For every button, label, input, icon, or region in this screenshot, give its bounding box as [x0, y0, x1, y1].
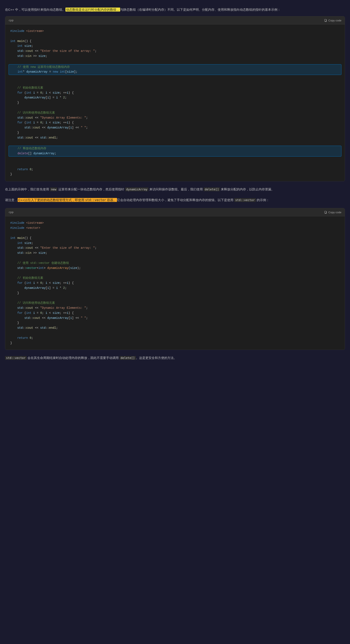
intro-paragraph: 在C++ 中，可以使用指针来指向动态数组。动态数组是在运行时分配内存的数组，与静… — [5, 7, 345, 12]
copy-button-1[interactable]: Copy code — [324, 19, 342, 22]
svg-rect-3 — [325, 211, 326, 213]
bottom-part3: 。这是更安全和方便的方法。 — [136, 356, 177, 360]
middle2-highlight1: C++11引入了更好的动态数组管理方式，即使用 std::vector 容器。 — [18, 198, 117, 202]
middle-part1: 在上面的示例中，我们首先使用 — [5, 188, 50, 191]
code-block-2: cpp Copy code #include <iostream> #inclu… — [5, 208, 345, 350]
svg-rect-1 — [325, 19, 326, 22]
bottom-paragraph: std::vector 会在其生命周期结束时自动处理内存的释放，因此不需要手动调… — [5, 355, 345, 360]
copy-button-2[interactable]: Copy code — [324, 211, 342, 214]
code-block-1: cpp Copy code #include <iostream> int ma… — [5, 16, 345, 181]
code-header-1: cpp Copy code — [5, 16, 345, 24]
middle-part4: 来释放分配的内存，以防止内存泄漏。 — [220, 188, 274, 191]
inline-code-new: new — [50, 188, 57, 191]
lang-label-1: cpp — [8, 18, 13, 23]
intro-highlight1: 动态数组是在运行时分配内存的数组， — [65, 8, 120, 12]
copy-icon-1 — [324, 19, 327, 22]
middle2-part2: 它会自动处理内存管理和数组大小，避免了手动分配和释放内存的烦恼。以下是使用 — [117, 198, 234, 202]
middle-part2: 运算符来分配一块动态数组内存，然后使用指针 — [57, 188, 125, 191]
inline-code-delete: delete[] — [204, 188, 220, 191]
inline-code-dynamicarray: dynamicArray — [125, 188, 148, 191]
inline-code-vector: std::vector — [234, 198, 256, 202]
intro-part2: 与静态数组（在编译时分配内存）不同。以下是如何声明、分配内存、使用和释放指向动态… — [120, 8, 281, 11]
copy-label-1: Copy code — [329, 19, 342, 22]
middle-paragraph-1: 在上面的示例中，我们首先使用 new 运算符来分配一块动态数组内存，然后使用指针… — [5, 186, 345, 192]
middle2-part1: 请注意， — [5, 198, 18, 202]
code-content-1: #include <iostream> int main() { int siz… — [5, 24, 345, 181]
lang-label-2: cpp — [8, 210, 13, 214]
code-header-2: cpp Copy code — [5, 208, 345, 216]
middle-paragraph-2: 请注意，C++11引入了更好的动态数组管理方式，即使用 std::vector … — [5, 197, 345, 203]
inline-code-vector-bottom: std::vector — [5, 356, 27, 360]
copy-label-2: Copy code — [329, 211, 342, 214]
bottom-part2: 会在其生命周期结束时自动处理内存的释放，因此不需要手动调用 — [27, 356, 119, 360]
middle-part3: 来访问和操作该数组。最后，我们使用 — [148, 188, 204, 191]
intro-part1: 在C++ 中，可以使用指针来指向动态数组。 — [5, 8, 65, 11]
copy-icon-2 — [324, 211, 327, 214]
code-content-2: #include <iostream> #include <vector> in… — [5, 216, 345, 350]
inline-code-delete-bottom: delete[] — [119, 356, 136, 360]
middle2-part3: 的示例： — [256, 198, 269, 202]
